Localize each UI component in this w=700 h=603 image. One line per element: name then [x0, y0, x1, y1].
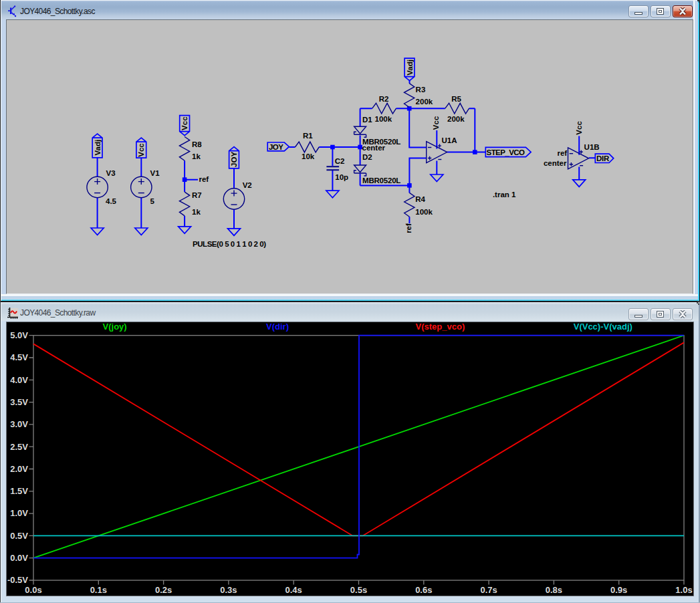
svg-text:DIR: DIR [596, 154, 610, 162]
svg-text:MBR0520L: MBR0520L [362, 176, 400, 185]
svg-text:.tran 1: .tran 1 [493, 191, 516, 199]
svg-text:1.5V: 1.5V [10, 486, 28, 496]
svg-text:Vcc: Vcc [138, 143, 146, 157]
svg-text:STEP_VCO: STEP_VCO [487, 148, 526, 156]
svg-text:5.0V: 5.0V [10, 330, 28, 340]
svg-text:0.7s: 0.7s [480, 585, 497, 595]
svg-text:PULSE(0 5 0 1 1 0 2 0): PULSE(0 5 0 1 1 0 2 0) [193, 240, 266, 248]
svg-text:D1: D1 [362, 116, 372, 124]
svg-text:0.8s: 0.8s [546, 585, 562, 595]
svg-text:V1: V1 [150, 169, 160, 177]
svg-text:R7: R7 [192, 191, 202, 199]
svg-text:R4: R4 [415, 195, 425, 203]
svg-text:4.0V: 4.0V [10, 375, 28, 385]
svg-text:center: center [362, 144, 386, 152]
svg-text:4.5V: 4.5V [10, 352, 28, 362]
svg-text:2.0V: 2.0V [10, 464, 28, 474]
svg-text:200k: 200k [447, 115, 465, 123]
svg-text:Vcc: Vcc [181, 116, 189, 130]
svg-text:ref: ref [199, 175, 209, 183]
svg-text:JOY: JOY [269, 143, 283, 151]
svg-text:0.9s: 0.9s [610, 585, 627, 595]
svg-text:1k: 1k [192, 208, 201, 216]
svg-text:1k: 1k [192, 152, 201, 160]
svg-text:R5: R5 [451, 95, 461, 103]
svg-text:3.5V: 3.5V [10, 397, 28, 407]
svg-text:D2: D2 [362, 153, 372, 161]
svg-text:0.4s: 0.4s [285, 585, 302, 595]
svg-text:10p: 10p [335, 173, 348, 181]
svg-text:JOY: JOY [230, 152, 238, 167]
svg-text:Vcc: Vcc [432, 116, 440, 130]
svg-text:0.3s: 0.3s [220, 585, 237, 595]
svg-text:Vcc: Vcc [575, 121, 583, 135]
svg-text:0.6s: 0.6s [415, 585, 432, 595]
svg-text:center: center [544, 159, 567, 167]
svg-text:10k: 10k [302, 152, 315, 160]
svg-text:3.0V: 3.0V [10, 419, 28, 429]
svg-text:Vadj: Vadj [406, 59, 414, 76]
svg-text:1.0V: 1.0V [10, 508, 28, 518]
svg-text:ref: ref [404, 223, 413, 233]
svg-text:C2: C2 [335, 157, 345, 165]
svg-text:R1: R1 [303, 132, 313, 140]
svg-text:U1A: U1A [442, 136, 457, 144]
svg-text:ref: ref [557, 149, 567, 157]
svg-text:V(step_vco): V(step_vco) [416, 322, 465, 332]
svg-text:100k: 100k [415, 208, 433, 216]
svg-text:R8: R8 [192, 140, 202, 148]
svg-text:4.5: 4.5 [106, 197, 117, 205]
svg-text:R2: R2 [379, 95, 389, 103]
svg-text:R3: R3 [416, 86, 426, 94]
svg-text:5: 5 [150, 197, 155, 205]
svg-text:U1B: U1B [584, 143, 600, 151]
svg-text:V(joy): V(joy) [103, 322, 127, 332]
svg-text:V(Vcc)-V(vadj): V(Vcc)-V(vadj) [574, 322, 632, 332]
svg-text:0.1s: 0.1s [90, 585, 107, 595]
svg-text:0.5s: 0.5s [350, 585, 367, 595]
svg-text:0.0V: 0.0V [10, 553, 28, 563]
svg-text:0.2s: 0.2s [155, 585, 172, 595]
svg-text:2.5V: 2.5V [10, 442, 28, 452]
svg-text:-0.5V: -0.5V [7, 575, 28, 585]
svg-text:V(dir): V(dir) [266, 322, 289, 332]
svg-text:200k: 200k [416, 98, 433, 106]
svg-text:1.0s: 1.0s [675, 585, 692, 595]
svg-text:100k: 100k [375, 115, 392, 123]
svg-text:V3: V3 [106, 169, 116, 177]
svg-text:Vadj: Vadj [94, 140, 102, 156]
svg-text:0.5V: 0.5V [10, 531, 28, 541]
svg-text:V2: V2 [243, 181, 252, 189]
svg-text:0.0s: 0.0s [25, 585, 41, 595]
